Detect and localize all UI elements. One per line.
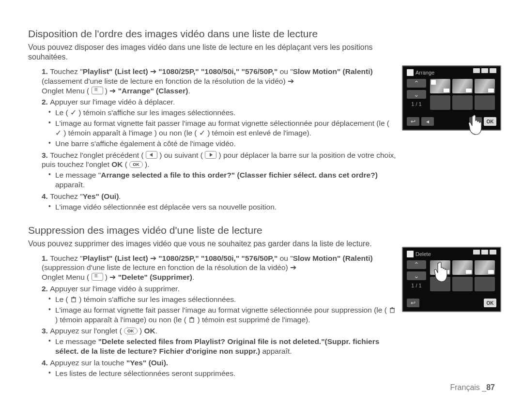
prev-button[interactable]: ◂ xyxy=(421,117,434,126)
s1-step4: 4. Touchez "Yes" (Oui). L'image vidéo sé… xyxy=(42,192,396,212)
s1-step2-c: Une barre s'affiche également à côté de … xyxy=(48,139,396,149)
svg-rect-8 xyxy=(191,317,193,318)
s2-step3: 3. Appuyez sur l'onglet ( OK ) OK. Le me… xyxy=(42,326,396,356)
s2-step2: 2. Appuyer sur l'image vidéo à supprimer… xyxy=(42,284,396,324)
svg-rect-3 xyxy=(390,309,394,313)
s1-step4-a: L'image vidéo sélectionnée est déplacée … xyxy=(48,202,396,212)
device-title: Arrange xyxy=(415,70,434,75)
thumbnail[interactable] xyxy=(452,260,473,275)
thumbnail-empty xyxy=(452,277,473,291)
trash-icon xyxy=(389,306,396,313)
s1-step2: 2. Appuyer sur l'image vidéo à déplacer.… xyxy=(42,97,396,148)
device-arrange-screenshot: Arrange ⌃ ⌄ 1 / 1 ↩ ◂ ▸ OK xyxy=(402,65,501,131)
prev-icon xyxy=(146,151,157,159)
thumbnail-empty xyxy=(452,95,473,110)
svg-rect-1 xyxy=(71,297,76,298)
playlist-icon xyxy=(407,69,414,76)
svg-rect-7 xyxy=(189,317,194,318)
trash-icon xyxy=(188,316,195,323)
svg-rect-0 xyxy=(72,298,76,302)
section1-heading: Disposition de l'ordre des images vidéo … xyxy=(28,28,396,40)
page-indicator: 1 / 1 xyxy=(407,101,426,109)
thumbnail[interactable] xyxy=(475,79,495,93)
thumbnail[interactable] xyxy=(430,79,450,93)
thumbnail[interactable] xyxy=(452,79,473,93)
device-status-icons xyxy=(473,250,496,255)
svg-rect-2 xyxy=(73,297,75,298)
s1-step1: 1. Touchez "Playlist" (List lect) ➔ "108… xyxy=(42,67,396,95)
s2-step2-b: L'image au format vignette fait passer l… xyxy=(48,305,396,325)
section2-heading: Suppression des images vidéo d'une liste… xyxy=(28,225,396,236)
next-icon xyxy=(205,151,216,159)
back-button[interactable]: ↩ xyxy=(407,117,419,126)
s2-step1: 1. Touchez "Playlist" (List lect) ➔ "108… xyxy=(42,254,396,282)
ok-icon: OK xyxy=(129,161,143,168)
trash-icon xyxy=(70,296,77,302)
menu-icon xyxy=(92,87,103,94)
page-indicator: 1 / 1 xyxy=(407,283,426,290)
device-title: Delete xyxy=(415,251,431,257)
s1-step2-b: L'image au format vignette fait passer l… xyxy=(48,119,396,138)
thumbnail-empty xyxy=(475,277,495,291)
s2-step3-a: Le message "Delete selected files from P… xyxy=(48,337,396,356)
thumbnail-grid xyxy=(430,79,495,110)
svg-rect-4 xyxy=(390,308,395,309)
page-footer: Français _87 xyxy=(450,383,495,392)
device-status-icons xyxy=(473,68,496,73)
playlist-icon xyxy=(407,251,414,257)
s2-step4: 4. Appuyez sur la touche "Yes" (Oui). Le… xyxy=(42,358,396,378)
scroll-down-button[interactable]: ⌄ xyxy=(407,90,426,99)
menu-icon xyxy=(92,273,103,281)
section2-steps: 1. Touchez "Playlist" (List lect) ➔ "108… xyxy=(28,254,396,378)
thumbnail[interactable] xyxy=(475,260,495,275)
section2-lead: Vous pouvez supprimer des images vidéo q… xyxy=(28,239,396,249)
ok-button[interactable]: OK xyxy=(484,299,496,307)
scroll-up-button[interactable]: ⌃ xyxy=(407,260,426,269)
check-icon xyxy=(431,80,436,85)
s2-step4-a: Les listes de lecture sélectionnées sero… xyxy=(48,369,396,378)
s2-step2-a: Le ( ) témoin s'affiche sur les images s… xyxy=(48,295,396,304)
ok-icon: OK xyxy=(124,328,138,334)
svg-rect-6 xyxy=(190,318,194,322)
scroll-down-button[interactable]: ⌄ xyxy=(407,271,426,280)
scroll-up-button[interactable]: ⌃ xyxy=(407,79,426,88)
device-delete-screenshot: Delete ⌃ ⌄ 1 / 1 ↩ OK xyxy=(402,247,501,312)
svg-rect-5 xyxy=(392,307,393,308)
s1-step2-a: Le ( ✓ ) témoin s'affiche sur les images… xyxy=(48,108,396,118)
s1-step3: 3. Touchez l'onglet précédent ( ) ou sui… xyxy=(42,150,396,190)
section1-steps: 1. Touchez "Playlist" (List lect) ➔ "108… xyxy=(28,67,396,212)
hand-pointer-icon xyxy=(466,113,487,136)
thumbnail-empty xyxy=(475,95,495,110)
s1-step3-a: Le message "Arrange selected a file to t… xyxy=(48,170,396,190)
hand-pointer-icon xyxy=(432,260,452,284)
thumbnail-empty xyxy=(430,95,450,110)
back-button[interactable]: ↩ xyxy=(407,299,419,307)
section1-lead: Vous pouvez disposer des images vidéo da… xyxy=(28,43,396,62)
